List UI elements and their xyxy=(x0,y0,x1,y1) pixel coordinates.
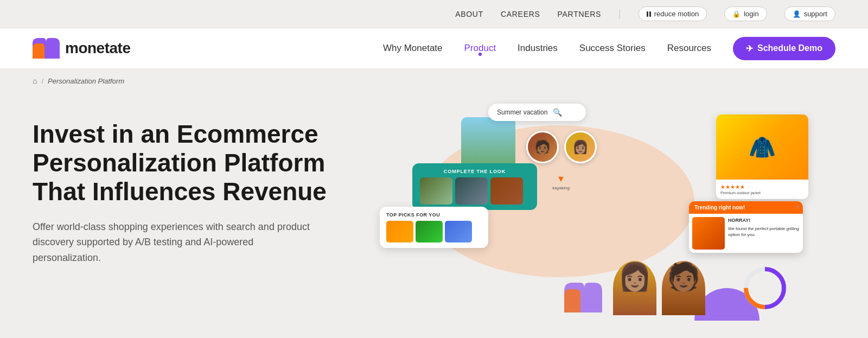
person-circles: 🧑🏾 👩🏽 xyxy=(526,131,597,163)
nav-resources[interactable]: Resources xyxy=(667,43,711,54)
top-bar-links: ABOUT CAREERS PARTNERS | reduce motion 🔒… xyxy=(455,7,835,21)
trending-header: Trending right now! xyxy=(689,201,803,214)
schedule-demo-button[interactable]: ✈ Schedule Demo xyxy=(733,37,835,60)
people-bottom: 👩🏽 🧑🏾 xyxy=(613,261,705,315)
hero-section: Invest in an Ecommerce Personalization P… xyxy=(0,93,868,326)
login-label: login xyxy=(744,10,758,18)
outfit-stars: ★★★★★ xyxy=(720,184,804,190)
top-picks-title: TOP PICKS FOR YOU xyxy=(386,212,482,218)
person-bottom-2: 🧑🏾 xyxy=(662,261,705,315)
pie-chart-element xyxy=(743,266,787,310)
trending-title: HORRAY! xyxy=(728,217,800,224)
nav-why[interactable]: Why Monetate xyxy=(383,43,443,54)
logo[interactable]: monetate xyxy=(33,38,130,59)
trending-text: HORRAY! We found the perfect portable gr… xyxy=(728,217,800,250)
nav-product-wrapper: Product xyxy=(464,43,496,54)
pause-icon xyxy=(647,11,651,17)
complete-look-title: COMPLETE THE LOOK xyxy=(420,169,529,174)
breadcrumb: ⌂ / Personalization Platform xyxy=(0,69,868,93)
outfit-desc: Premium outdoor jacket xyxy=(720,191,804,195)
trending-label: Trending right now! xyxy=(694,205,745,211)
home-icon[interactable]: ⌂ xyxy=(33,76,37,85)
search-text: Summer vacation xyxy=(497,109,547,116)
top-picks-card: TOP PICKS FOR YOU xyxy=(380,207,488,248)
about-link[interactable]: ABOUT xyxy=(455,10,483,18)
nav-resources-wrapper: Resources xyxy=(667,43,711,54)
support-label: support xyxy=(804,10,827,18)
visual-container: Summer vacation 🔍 🧑🏾 👩🏽 ▼ campinglantern… xyxy=(380,104,814,310)
close-icon[interactable]: × xyxy=(796,203,800,211)
nav-success-wrapper: Success Stories xyxy=(579,43,646,54)
outfit-card: 🧥 ★★★★★ Premium outdoor jacket xyxy=(716,114,808,199)
top-picks-images xyxy=(386,221,482,243)
outfit-info: ★★★★★ Premium outdoor jacket xyxy=(716,180,808,199)
picks-img-3 xyxy=(445,221,472,243)
reduce-motion-label: reduce motion xyxy=(654,10,699,18)
logo-mark xyxy=(33,38,60,59)
outfit-image: 🧥 xyxy=(716,114,808,180)
breadcrumb-separator: / xyxy=(41,77,43,85)
separator: | xyxy=(618,8,621,20)
brand-mark-decoration xyxy=(564,283,602,315)
picks-img-2 xyxy=(416,221,443,243)
pause-bar-left xyxy=(647,11,648,17)
person-circle-male: 🧑🏾 xyxy=(526,131,559,163)
send-icon: ✈ xyxy=(746,43,753,54)
trending-card: Trending right now! HORRAY! We found the… xyxy=(689,201,803,253)
trending-image xyxy=(692,217,725,250)
lock-icon: 🔒 xyxy=(732,10,741,18)
login-button[interactable]: 🔒 login xyxy=(724,7,767,21)
nav-industries-wrapper: Industries xyxy=(518,43,558,54)
support-button[interactable]: 👤 support xyxy=(784,7,835,21)
main-nav: monetate Why Monetate Product Industries… xyxy=(0,28,868,69)
complete-look-card: COMPLETE THE LOOK xyxy=(412,163,537,210)
nav-links: Why Monetate Product Industries Success … xyxy=(383,37,835,60)
careers-link[interactable]: CAREERS xyxy=(501,10,540,18)
complete-look-images xyxy=(420,177,529,205)
person-icon: 👤 xyxy=(793,10,801,18)
outfit-img-1 xyxy=(420,177,452,205)
icon-label-2: ▼ kayaking xyxy=(552,174,570,195)
nav-product[interactable]: Product xyxy=(464,43,496,54)
nav-success[interactable]: Success Stories xyxy=(579,43,646,54)
arrow-icon-2: ▼ xyxy=(557,174,565,184)
partners-link[interactable]: PARTNERS xyxy=(558,10,602,18)
hero-content: Invest in an Ecommerce Personalization P… xyxy=(33,104,358,326)
trending-body: HORRAY! We found the perfect portable gr… xyxy=(689,214,803,253)
outfit-img-2 xyxy=(455,177,488,205)
breadcrumb-current: Personalization Platform xyxy=(48,77,124,85)
person-bottom-1: 👩🏽 xyxy=(613,261,656,315)
hero-subtext: Offer world-class shopping experiences w… xyxy=(33,219,315,266)
pause-bar-right xyxy=(649,11,651,17)
search-icon: 🔍 xyxy=(553,108,562,117)
picks-img-1 xyxy=(386,221,413,243)
reduce-motion-button[interactable]: reduce motion xyxy=(639,7,707,21)
top-bar: ABOUT CAREERS PARTNERS | reduce motion 🔒… xyxy=(0,0,868,28)
cta-label: Schedule Demo xyxy=(757,43,822,53)
outfit-img-3 xyxy=(490,177,523,205)
trending-desc: We found the perfect portable grilling o… xyxy=(728,226,800,238)
hero-visual: Summer vacation 🔍 🧑🏾 👩🏽 ▼ campinglantern… xyxy=(358,104,835,326)
logo-text: monetate xyxy=(65,40,130,57)
icon-text-2: kayaking xyxy=(552,186,570,190)
hero-heading: Invest in an Ecommerce Personalization P… xyxy=(33,120,358,206)
nav-industries[interactable]: Industries xyxy=(518,43,558,54)
search-card: Summer vacation 🔍 xyxy=(488,104,586,121)
person-circle-female: 👩🏽 xyxy=(564,131,597,163)
